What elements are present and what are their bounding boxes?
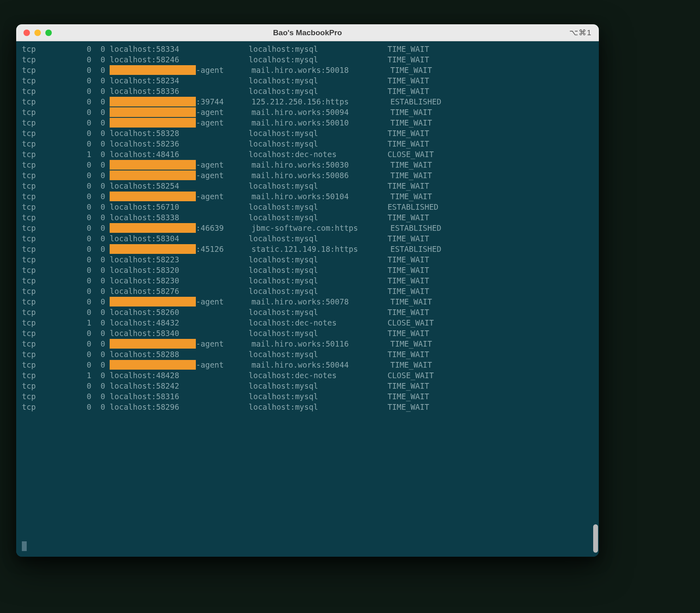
netstat-row: tcp 0 0 localhost:58246 localhost:mysql … (22, 54, 595, 65)
netstat-row: tcp 0 0 localhost:58338 localhost:mysql … (22, 212, 595, 223)
netstat-row: tcp 0 0 localhost:58236 localhost:mysql … (22, 138, 595, 149)
netstat-row: tcp 0 0 localhost:58223 localhost:mysql … (22, 254, 595, 265)
netstat-row: tcp 0 0 -agent mail.hiro.works:50044 TIM… (22, 360, 595, 370)
redacted-block (110, 192, 196, 201)
netstat-row: tcp 0 0 localhost:58304 localhost:mysql … (22, 233, 595, 244)
traffic-lights (16, 30, 52, 36)
cursor-icon (22, 541, 27, 551)
netstat-row: tcp 0 0 -agent mail.hiro.works:50116 TIM… (22, 338, 595, 349)
terminal-window: Bao's MacbookPro ⌥⌘1 tcp 0 0 localhost:5… (16, 24, 599, 557)
redacted-block (110, 170, 196, 180)
netstat-row: tcp 0 0 -agent mail.hiro.works:50018 TIM… (22, 65, 595, 75)
netstat-row: tcp 0 0 localhost:58320 localhost:mysql … (22, 265, 595, 275)
netstat-row: tcp 0 0 -agent mail.hiro.works:50094 TIM… (22, 107, 595, 117)
netstat-row: tcp 0 0 localhost:58234 localhost:mysql … (22, 75, 595, 86)
redacted-block (110, 223, 196, 233)
netstat-row: tcp 0 0 localhost:58230 localhost:mysql … (22, 275, 595, 286)
maximize-button[interactable] (45, 30, 52, 36)
netstat-row: tcp 0 0 localhost:58296 localhost:mysql … (22, 402, 595, 412)
netstat-row: tcp 0 0 localhost:58276 localhost:mysql … (22, 286, 595, 296)
redacted-block (110, 360, 196, 370)
redacted-block (110, 65, 196, 75)
netstat-row: tcp 1 0 localhost:48416 localhost:dec-no… (22, 149, 595, 160)
tab-shortcut-label: ⌥⌘1 (569, 28, 599, 37)
netstat-row: tcp 1 0 localhost:48432 localhost:dec-no… (22, 317, 595, 328)
netstat-row: tcp 0 0 :39744 125.212.250.156:https EST… (22, 96, 595, 107)
netstat-row: tcp 0 0 -agent mail.hiro.works:50010 TIM… (22, 117, 595, 128)
netstat-row: tcp 0 0 :45126 static.121.149.18:https E… (22, 244, 595, 254)
netstat-row: tcp 0 0 localhost:58336 localhost:mysql … (22, 86, 595, 96)
netstat-row: tcp 0 0 -agent mail.hiro.works:50030 TIM… (22, 160, 595, 170)
scrollbar-thumb[interactable] (593, 524, 598, 553)
netstat-row: tcp 0 0 localhost:58316 localhost:mysql … (22, 391, 595, 402)
redacted-block (110, 118, 196, 128)
window-title: Bao's MacbookPro (16, 28, 599, 37)
netstat-row: tcp 0 0 localhost:58328 localhost:mysql … (22, 128, 595, 138)
netstat-row: tcp 0 0 :46639 jbmc-software.com:https E… (22, 223, 595, 233)
netstat-row: tcp 1 0 localhost:48428 localhost:dec-no… (22, 370, 595, 381)
redacted-block (110, 244, 196, 254)
scrollbar-track[interactable] (593, 42, 598, 553)
redacted-block (110, 339, 196, 349)
netstat-row: tcp 0 0 localhost:58242 localhost:mysql … (22, 381, 595, 391)
terminal-pane[interactable]: tcp 0 0 localhost:58334 localhost:mysql … (16, 41, 599, 557)
redacted-block (110, 107, 196, 117)
netstat-row: tcp 0 0 localhost:58288 localhost:mysql … (22, 349, 595, 360)
redacted-block (110, 160, 196, 170)
redacted-block (110, 97, 196, 106)
close-button[interactable] (23, 30, 30, 36)
netstat-row: tcp 0 0 -agent mail.hiro.works:50104 TIM… (22, 191, 595, 202)
netstat-row: tcp 0 0 localhost:56710 localhost:mysql … (22, 202, 595, 212)
window-titlebar[interactable]: Bao's MacbookPro ⌥⌘1 (16, 24, 599, 41)
netstat-row: tcp 0 0 localhost:58334 localhost:mysql … (22, 44, 595, 54)
redacted-block (110, 297, 196, 306)
netstat-row: tcp 0 0 localhost:58260 localhost:mysql … (22, 307, 595, 317)
netstat-row: tcp 0 0 localhost:58340 localhost:mysql … (22, 328, 595, 338)
minimize-button[interactable] (34, 30, 41, 36)
netstat-row: tcp 0 0 -agent mail.hiro.works:50086 TIM… (22, 170, 595, 181)
netstat-row: tcp 0 0 localhost:58254 localhost:mysql … (22, 181, 595, 191)
netstat-row: tcp 0 0 -agent mail.hiro.works:50078 TIM… (22, 296, 595, 307)
